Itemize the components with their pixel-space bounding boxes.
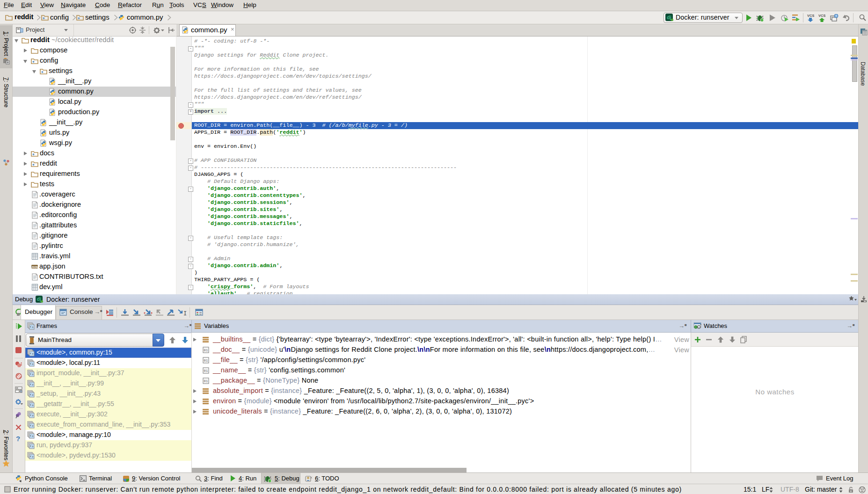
svg-text:VCS: VCS	[818, 14, 825, 18]
svg-text:I: I	[183, 311, 187, 316]
svg-text:VCS: VCS	[807, 14, 814, 18]
